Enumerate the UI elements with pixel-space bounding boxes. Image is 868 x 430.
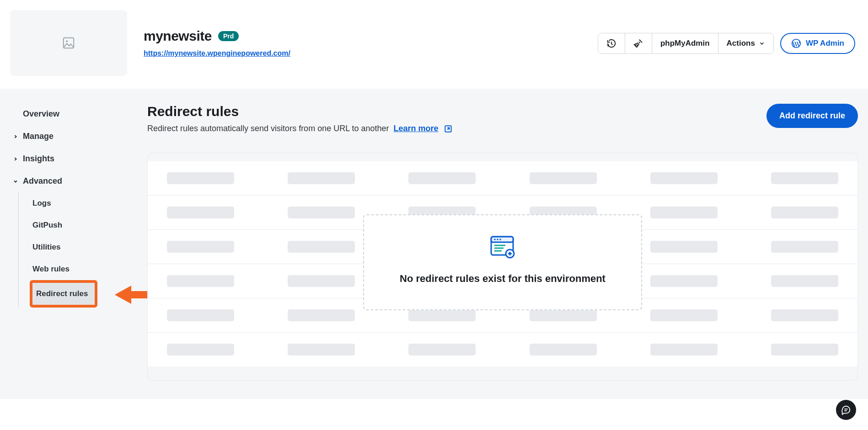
sidebar-item-label: Overview [23,109,59,119]
svg-point-1 [66,40,68,42]
external-link-icon [444,124,453,133]
learn-more-link[interactable]: Learn more [394,124,439,133]
actions-dropdown[interactable]: Actions [718,33,773,53]
empty-state-card: No redirect rules exist for this environ… [363,214,642,310]
sidebar-item-label: Manage [23,132,54,141]
page-title: Redirect rules [147,104,453,119]
browser-add-icon [490,235,515,259]
sidebar-item-label: Logs [32,199,51,208]
svg-rect-0 [64,38,74,48]
site-url-link[interactable]: https://mynewsite.wpenginepowered.com/ [144,49,290,58]
phpmyadmin-label: phpMyAdmin [660,39,710,48]
phpmyadmin-button[interactable]: phpMyAdmin [652,33,718,53]
restore-backup-button[interactable] [598,33,625,53]
sidebar-item-label: GitPush [32,221,62,230]
sidebar-sub-gitpush[interactable]: GitPush [19,214,128,236]
sidebar-advanced-submenu: Logs GitPush Utilities Web rules Redirec… [18,192,128,308]
add-redirect-rule-button[interactable]: Add redirect rule [766,104,858,128]
sidebar-sub-logs[interactable]: Logs [19,192,128,214]
sidebar-item-insights[interactable]: Insights [0,148,128,170]
chevron-right-icon [13,134,18,139]
sidebar-sub-utilities[interactable]: Utilities [19,236,128,258]
annotation-highlight-box: Redirect rules [30,280,97,308]
chevron-down-icon [13,179,18,184]
chevron-down-icon [759,40,765,47]
wordpress-icon [791,38,801,48]
sidebar-item-label: Advanced [23,176,62,186]
broom-icon [633,38,643,48]
rules-table-panel: No redirect rules exist for this environ… [147,153,858,381]
site-name: mynewsite [144,28,212,44]
table-row [148,332,857,366]
clear-cache-button[interactable] [625,33,652,53]
chevron-right-icon [13,157,18,161]
page-description: Redirect rules automatically send visito… [147,124,453,133]
environment-badge: Prd [218,31,239,41]
svg-point-7 [494,239,496,240]
svg-point-2 [608,45,609,46]
sidebar: Overview Manage Insights Advanced Logs [0,89,128,399]
sidebar-item-advanced[interactable]: Advanced [0,170,128,192]
sidebar-item-label: Web rules [32,265,70,274]
header-action-group: phpMyAdmin Actions [598,33,774,54]
sidebar-item-label: Insights [23,154,54,164]
empty-state-text: No redirect rules exist for this environ… [378,273,627,285]
sidebar-item-manage[interactable]: Manage [0,125,128,148]
image-placeholder-icon [62,36,75,50]
sidebar-item-overview[interactable]: Overview [0,103,128,125]
site-thumbnail-placeholder [10,10,127,76]
table-row [148,161,857,195]
page-description-text: Redirect rules automatically send visito… [147,124,389,133]
sidebar-sub-redirect-rules[interactable]: Redirect rules [32,283,95,305]
svg-point-8 [497,239,498,240]
svg-point-9 [499,239,501,240]
actions-label: Actions [727,39,755,48]
wp-admin-button[interactable]: WP Admin [780,33,855,54]
sidebar-sub-web-rules[interactable]: Web rules [19,258,128,280]
history-icon [606,38,616,48]
wp-admin-label: WP Admin [806,39,844,48]
sidebar-item-label: Utilities [32,243,60,252]
sidebar-item-label: Redirect rules [36,289,88,298]
